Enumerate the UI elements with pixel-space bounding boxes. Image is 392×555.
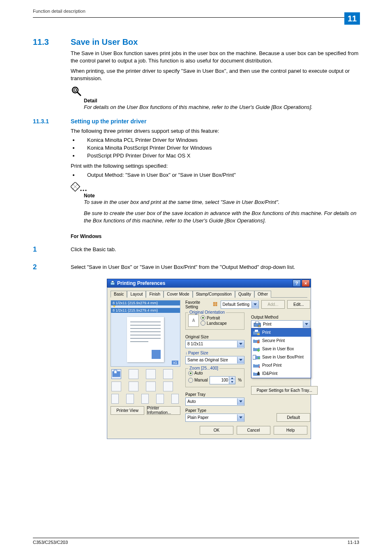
bullet-item: Konica Minolta PostScript Printer Driver… [79,144,359,152]
section-number: 11.3 [33,37,71,47]
detail-title: Detail [84,98,359,104]
tab-quality[interactable]: Quality [235,291,254,298]
original-size-combo[interactable]: 8 1/2x11 [185,340,244,348]
svg-point-38 [258,372,259,373]
output-method-option-proof-print[interactable]: 1 Proof Print [251,361,311,370]
tab-cover-mode[interactable]: Cover Mode [164,291,192,298]
paper-size-label: ↓Paper Size [185,351,244,355]
subsection-number: 11.3.1 [33,118,71,125]
paper-tray-label: Paper Tray [185,392,244,397]
svg-rect-15 [213,304,215,306]
svg-rect-16 [215,304,217,306]
bottom-rule [33,538,359,538]
preview-mini-icon[interactable] [171,394,179,404]
top-rule: 11 [33,17,359,18]
preview-panel: 8 1/2x11 (215.9x279.4 mm) 8 1/2x11 (215.… [111,300,180,367]
tab-finish[interactable]: Finish [146,291,164,298]
default-button[interactable]: Default [277,413,310,422]
tab-basic[interactable]: Basic [111,291,127,298]
output-method-option-id-and-print[interactable]: ID&Print [251,370,311,378]
orientation-icon: A [188,314,199,327]
output-method-option-secure-print[interactable]: Secure Print [251,337,311,345]
preview-mini-icon[interactable] [126,394,134,404]
subsection-title: Setting up the printer driver [71,118,146,125]
zoom-manual-radio[interactable]: Manual [188,378,208,383]
printer-information-button[interactable]: Printer Information... [147,406,180,415]
preview-mini-icon[interactable] [146,382,156,391]
output-method-option-save-in-user-box-print[interactable]: Save in User Box/Print [251,353,311,361]
svg-point-8 [85,190,86,191]
svg-rect-21 [255,330,258,332]
preview-copies-badge: x1 [172,361,178,365]
output-method-combo[interactable]: Print Print [251,320,310,328]
section-title: Save in User Box [71,37,138,47]
running-head-text: Function detail description [33,9,359,14]
svg-rect-28 [255,346,258,348]
titlebar[interactable]: Printing Preferences ? × [107,279,311,287]
svg-rect-13 [213,302,215,303]
zoom-group: Zoom [25...400] Auto Manual [185,368,244,387]
favorite-setting-label: Favorite Setting [185,300,210,309]
favorite-setting-combo[interactable]: Default Setting [221,301,259,309]
dialog-title: Printing Preferences [117,280,292,286]
svg-point-7 [83,190,84,191]
footer-model: C353/C253/C203 [33,540,68,545]
help-button-footer[interactable]: Help [274,426,307,435]
preview-mini-icon[interactable] [163,382,173,391]
bullet-item: Konica Minolta PCL Printer Driver for Wi… [79,136,359,144]
svg-rect-18 [256,321,259,324]
preview-mini-icon[interactable] [141,394,149,404]
favorite-add-button[interactable]: Add... [261,300,285,309]
svg-rect-34 [255,363,258,365]
preview-mini-icon[interactable] [129,382,138,391]
note-icon [71,182,359,192]
paper-type-label: Paper Type [185,408,244,413]
chapter-badge: 11 [344,12,360,25]
help-button[interactable]: ? [293,280,301,287]
preview-mini-icon[interactable] [146,369,156,379]
zoom-auto-radio[interactable]: Auto [188,371,242,376]
original-orientation-legend: Original Orientation [188,310,226,314]
step-text: Select "Save in User Box" or "Save in Us… [71,264,295,270]
zoom-value-input[interactable]: 100 [210,376,229,384]
close-button[interactable]: × [302,280,310,287]
subsection-intro: The following three printer drivers supp… [71,127,359,135]
landscape-radio[interactable]: Landscape [201,321,227,326]
bullet-item: Output Method: "Save in User Box" or "Sa… [79,171,359,179]
paper-settings-for-each-tray-button[interactable]: Paper Settings for Each Tray... [251,386,318,395]
section-paragraph: When printing, use the printer driver to… [71,67,359,82]
section-paragraph: The Save in User Box function saves prin… [71,50,359,65]
paper-tray-combo[interactable]: Auto [185,398,244,406]
printing-preferences-dialog: Printing Preferences ? × Basic Layout Fi… [107,279,311,439]
step-text: Click the Basic tab. [71,246,116,252]
paper-type-combo[interactable]: Plain Paper [185,414,244,422]
favorite-edit-button[interactable]: Edit... [287,300,311,309]
preview-mini-icon[interactable] [156,394,164,404]
printer-icon [253,321,261,328]
paper-size-combo[interactable]: Same as Original Size [185,356,244,364]
svg-point-6 [80,190,81,191]
preview-mini-icon[interactable] [129,369,138,379]
portrait-radio[interactable]: Portrait [201,315,227,320]
preview-mini-icon[interactable] [111,394,119,404]
preview-mini-icon[interactable] [111,369,121,379]
preview-original-size: 8 1/2x11 (215.9x279.4 mm) [111,301,180,305]
output-method-option-save-in-user-box[interactable]: Save in User Box [251,345,311,353]
printer-view-button[interactable]: Printer View [111,406,144,415]
tab-stamp-composition[interactable]: Stamp/Composition [193,291,235,298]
zoom-spinner[interactable] [229,376,235,384]
tab-layout[interactable]: Layout [127,291,146,298]
svg-rect-19 [258,325,261,327]
output-method-dropdown: Print Secure Print Save in [251,328,311,378]
note-body-2: Be sure to create the user box of the sa… [84,210,359,224]
cancel-button[interactable]: Cancel [237,426,270,435]
note-body-1: To save in the user box and print at the… [84,199,359,206]
preview-mini-icon[interactable] [163,369,173,379]
tab-other[interactable]: Other [254,291,271,298]
detail-body: For details on the User Box functions of… [84,104,359,111]
app-icon [110,280,115,286]
ok-button[interactable]: OK [200,426,233,435]
output-method-option-print[interactable]: Print [251,328,311,337]
preview-mini-icon[interactable] [111,382,121,391]
tab-strip: Basic Layout Finish Cover Mode Stamp/Com… [111,290,307,298]
